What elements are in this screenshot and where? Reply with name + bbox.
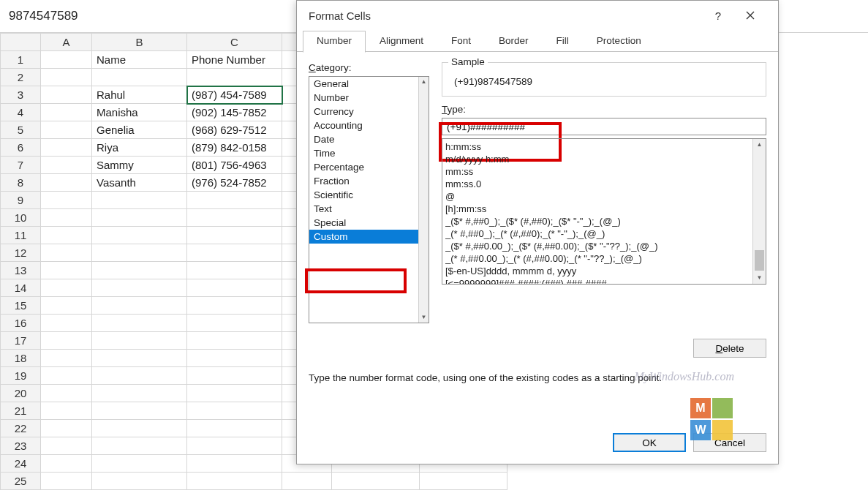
row-header[interactable]: 10 bbox=[1, 209, 41, 227]
format-code-item[interactable]: [h]:mm:ss bbox=[445, 203, 750, 215]
cell[interactable] bbox=[187, 385, 282, 402]
cell[interactable]: Rahul bbox=[92, 86, 187, 104]
row-header[interactable]: 18 bbox=[1, 350, 41, 367]
cell[interactable] bbox=[41, 402, 92, 420]
cell[interactable] bbox=[41, 367, 92, 385]
cell[interactable] bbox=[187, 227, 282, 244]
cell[interactable] bbox=[41, 51, 92, 69]
format-code-item[interactable]: _($* #,##0.00_);_($* (#,##0.00);_($* "-"… bbox=[445, 240, 750, 252]
category-item[interactable]: Number bbox=[309, 91, 418, 105]
format-code-item[interactable]: _(* #,##0_);_(* (#,##0);_(* "-"_);_(@_) bbox=[445, 227, 750, 240]
row-header[interactable]: 14 bbox=[1, 279, 41, 297]
cell[interactable] bbox=[187, 262, 282, 279]
cell[interactable] bbox=[187, 332, 282, 350]
column-header[interactable]: A bbox=[41, 34, 92, 51]
cell[interactable] bbox=[92, 350, 187, 367]
category-item[interactable]: Fraction bbox=[309, 174, 418, 188]
cell[interactable] bbox=[187, 279, 282, 297]
close-icon[interactable] bbox=[734, 4, 766, 27]
cell[interactable] bbox=[92, 385, 187, 402]
column-header[interactable]: B bbox=[92, 34, 187, 51]
cell[interactable] bbox=[187, 402, 282, 420]
row-header[interactable]: 11 bbox=[1, 227, 41, 244]
row-header[interactable]: 6 bbox=[1, 139, 41, 157]
cell[interactable] bbox=[187, 420, 282, 437]
format-code-item[interactable]: mm:ss.0 bbox=[445, 178, 750, 190]
row-header[interactable]: 17 bbox=[1, 332, 41, 350]
category-item[interactable]: Time bbox=[309, 146, 418, 160]
cell[interactable]: Name bbox=[92, 51, 187, 69]
cell[interactable] bbox=[187, 315, 282, 332]
format-code-item[interactable]: [$-en-US]dddd, mmmm d, yyyy bbox=[445, 265, 750, 277]
row-header[interactable]: 2 bbox=[1, 69, 41, 86]
category-item[interactable]: Text bbox=[309, 202, 418, 216]
cell[interactable] bbox=[41, 69, 92, 86]
cell[interactable] bbox=[41, 437, 92, 455]
row-header[interactable]: 12 bbox=[1, 244, 41, 262]
cell[interactable] bbox=[92, 332, 187, 350]
cell[interactable] bbox=[41, 174, 92, 192]
cell[interactable]: (987) 454-7589 bbox=[187, 86, 282, 104]
cell[interactable] bbox=[92, 455, 187, 473]
column-header[interactable]: C bbox=[187, 34, 282, 51]
row-header[interactable]: 15 bbox=[1, 297, 41, 315]
cell[interactable] bbox=[92, 367, 187, 385]
cell[interactable]: (879) 842-0158 bbox=[187, 139, 282, 157]
category-item[interactable]: Special bbox=[309, 216, 418, 230]
cell[interactable] bbox=[92, 209, 187, 227]
cell[interactable] bbox=[187, 69, 282, 86]
format-code-item[interactable]: mm:ss bbox=[445, 165, 750, 178]
cell[interactable] bbox=[41, 121, 92, 139]
scroll-up-icon[interactable]: ▲ bbox=[419, 77, 429, 87]
format-code-item[interactable]: _($* #,##0_);_($* (#,##0);_($* "-"_);_(@… bbox=[445, 215, 750, 227]
category-item[interactable]: Date bbox=[309, 132, 418, 146]
category-item[interactable]: Custom bbox=[309, 230, 418, 244]
cell[interactable] bbox=[92, 315, 187, 332]
cell[interactable] bbox=[41, 350, 92, 367]
scrollbar[interactable]: ▲ ▼ bbox=[418, 77, 429, 323]
cell[interactable] bbox=[420, 473, 507, 490]
cell[interactable] bbox=[92, 437, 187, 455]
format-code-item[interactable]: m/d/yyyy h:mm bbox=[445, 153, 750, 165]
cell[interactable] bbox=[187, 437, 282, 455]
cell[interactable] bbox=[41, 420, 92, 437]
cell[interactable] bbox=[282, 473, 332, 490]
row-header[interactable]: 3 bbox=[1, 86, 41, 104]
cell[interactable] bbox=[92, 192, 187, 209]
tab-number[interactable]: Number bbox=[303, 31, 366, 53]
cell[interactable] bbox=[187, 209, 282, 227]
row-header[interactable]: 20 bbox=[1, 385, 41, 402]
format-code-item[interactable]: _(* #,##0.00_);_(* (#,##0.00);_(* "-"??_… bbox=[445, 252, 750, 265]
help-icon[interactable]: ? bbox=[702, 4, 734, 27]
cell[interactable] bbox=[41, 139, 92, 157]
cell[interactable] bbox=[187, 455, 282, 473]
tab-alignment[interactable]: Alignment bbox=[366, 31, 437, 53]
cell[interactable] bbox=[41, 385, 92, 402]
cell[interactable] bbox=[41, 332, 92, 350]
cell[interactable] bbox=[41, 227, 92, 244]
cell[interactable] bbox=[187, 244, 282, 262]
cell[interactable] bbox=[332, 473, 420, 490]
row-header[interactable]: 23 bbox=[1, 437, 41, 455]
cell[interactable]: Riya bbox=[92, 139, 187, 157]
cell[interactable] bbox=[92, 297, 187, 315]
row-header[interactable]: 13 bbox=[1, 262, 41, 279]
row-header[interactable]: 5 bbox=[1, 121, 41, 139]
row-header[interactable]: 1 bbox=[1, 51, 41, 69]
format-code-listbox[interactable]: h:mm:ssm/d/yyyy h:mmmm:ssmm:ss.0@[h]:mm:… bbox=[442, 138, 766, 285]
cell[interactable] bbox=[41, 473, 92, 490]
format-code-item[interactable]: [<=9999999]###-####;(###) ###-#### bbox=[445, 277, 750, 285]
cell[interactable]: (902) 145-7852 bbox=[187, 104, 282, 121]
cell[interactable] bbox=[187, 192, 282, 209]
scroll-down-icon[interactable]: ▼ bbox=[419, 312, 429, 323]
cell[interactable] bbox=[92, 473, 187, 490]
category-item[interactable]: General bbox=[309, 77, 418, 91]
cell[interactable] bbox=[41, 244, 92, 262]
tab-border[interactable]: Border bbox=[485, 31, 543, 53]
row-header[interactable]: 21 bbox=[1, 402, 41, 420]
cell[interactable] bbox=[41, 86, 92, 104]
cell[interactable] bbox=[41, 455, 92, 473]
cell[interactable] bbox=[41, 279, 92, 297]
row-header[interactable]: 19 bbox=[1, 367, 41, 385]
row-header[interactable]: 7 bbox=[1, 157, 41, 174]
